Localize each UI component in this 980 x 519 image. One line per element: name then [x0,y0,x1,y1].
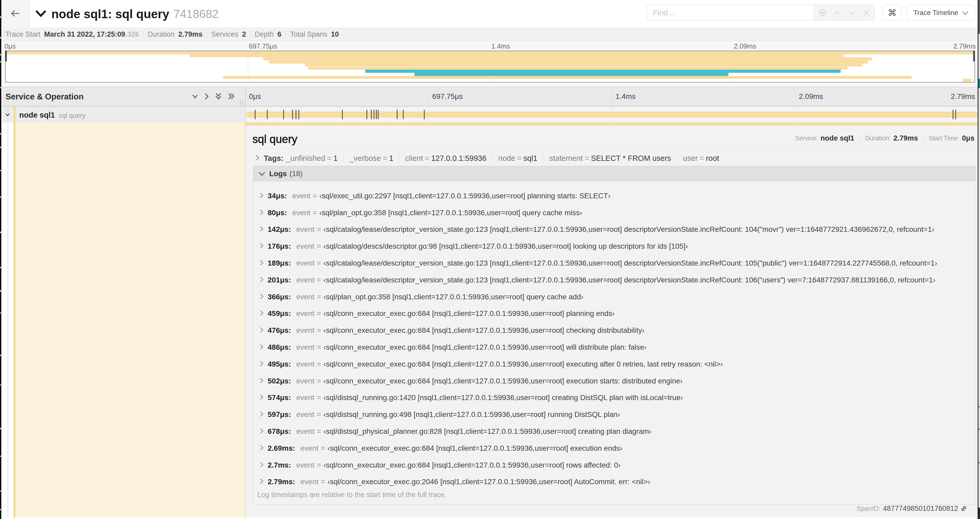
span-detail-panel: sql query Service:node sql1Duration:2.79… [245,126,978,517]
back-button[interactable] [1,0,30,28]
log-timestamp: 2.69ms: [268,444,295,452]
detail-meta-value: 0μs [962,134,974,142]
log-entry[interactable]: 459μs:event=‹sql/conn_executor_exec.go:6… [253,305,976,322]
logs-header[interactable]: Logs (18) [253,166,976,181]
log-field-value: ‹sql/exec_util.go:2297 [nsql1,client=127… [319,192,610,200]
detail-title-row: sql query Service:node sql1Duration:2.79… [252,133,974,148]
divider [344,154,344,163]
keyboard-shortcuts-button[interactable]: ⌘ [882,5,902,21]
span-duration-bar[interactable] [246,112,978,118]
tag-item: user=root [683,154,719,163]
log-marker[interactable] [267,110,268,119]
log-marker[interactable] [374,110,374,119]
find-input[interactable] [647,5,814,20]
summary-item: Trace StartMarch 31 2022, 17:25:09.326 [6,30,139,38]
log-entry[interactable]: 34μs:event=‹sql/exec_util.go:2297 [nsql1… [253,187,976,204]
log-entry[interactable]: 189μs:event=‹sql/catalog/lease/descripto… [253,255,976,271]
log-entry[interactable]: 2.7ms:event=‹sql/conn_executor_exec.go:6… [253,457,976,474]
log-marker[interactable] [376,110,377,119]
log-field-key: event [296,309,315,318]
minimap-span [365,70,841,73]
trace-view-select[interactable]: Trace Timeline [907,5,975,21]
log-marker[interactable] [255,110,256,119]
log-timestamp: 502μs: [268,377,291,385]
minimap-span [308,67,848,70]
axis-tick-label: 2.09ms [799,92,823,101]
log-field-key: event [296,343,315,351]
divider [677,154,677,163]
log-entry[interactable]: 201μs:event=‹sql/catalog/lease/descripto… [253,271,976,289]
expand-all-icon[interactable] [228,93,234,101]
log-field-value: ‹sql/catalog/lease/descriptor_version_st… [323,276,935,284]
clear-search-icon[interactable] [861,7,872,18]
log-entry[interactable]: 476μs:event=‹sql/conn_executor_exec.go:6… [253,322,976,339]
link-icon[interactable] [960,505,967,512]
detail-meta-value: node sql1 [821,134,854,142]
log-field-value: ‹sql/conn_executor_exec.go:684 [nsql1,cl… [323,360,723,369]
span-color-stripe [13,107,16,122]
log-marker[interactable] [366,110,367,119]
prev-match-icon[interactable] [832,7,842,18]
minimap-time-label: 697.75μs [249,42,277,50]
minimap-canvas[interactable] [5,51,975,83]
log-entry[interactable]: 142μs:event=‹sql/catalog/lease/descripto… [253,221,976,238]
expand-one-icon[interactable] [205,93,208,101]
span-name-cell: node sql1 sql query [2,107,245,122]
locate-icon[interactable] [817,7,828,18]
axis-tick-label: 1.4ms [616,92,636,101]
minimap-right-scrubber[interactable] [973,51,975,61]
log-entry[interactable]: 502μs:event=‹sql/conn_executor_exec.go:6… [253,373,976,390]
chevron-down-icon[interactable] [35,8,46,20]
log-field-key: event [296,242,315,251]
log-entry[interactable]: 2.79ms:event=‹sql/conn_executor_exec.go:… [253,474,976,490]
chevron-down-icon[interactable] [5,113,10,117]
log-entry[interactable]: 176μs:event=‹sql/catalog/descs/descripto… [253,238,976,255]
tags-items: _unfinished=1_verbose=1client=127.0.0.1:… [286,154,719,163]
chevron-right-icon [260,259,264,267]
trace-page: node sql1: sql query 7418682 [0,0,980,519]
timeline-collapse-controls [192,87,234,106]
tags-row[interactable]: Tags: _unfinished=1_verbose=1client=127.… [255,152,719,164]
column-resize-grip[interactable] [240,101,243,105]
span-operation-name: sql query [59,112,85,120]
span-id-row: SpanID: 4877749850101760812 [856,503,967,514]
log-entry[interactable]: 574μs:event=‹sql/distsql_running.go:1420… [253,390,976,406]
log-entry[interactable]: 678μs:event=‹sql/distsql_physical_planne… [253,423,976,440]
log-marker[interactable] [424,110,425,119]
chevron-right-icon [260,293,264,301]
log-marker[interactable] [378,110,379,119]
log-entry[interactable]: 366μs:event=‹sql/plan_opt.go:358 [nsql1,… [253,289,976,305]
log-entry[interactable]: 597μs:event=‹sql/distsql_running.go:498 … [253,406,976,423]
log-field-key: event [296,427,315,436]
service-operation-header: Service & Operation [6,87,84,106]
collapse-all-icon[interactable] [215,93,221,101]
divider [250,31,251,38]
log-marker[interactable] [397,110,398,119]
log-entry[interactable]: 486μs:event=‹sql/conn_executor_exec.go:6… [253,339,976,356]
minimap-time-label: 1.4ms [491,42,510,50]
log-marker[interactable] [403,110,404,119]
log-timestamp: 597μs: [268,410,291,419]
span-bar-cell[interactable] [245,107,978,122]
log-marker[interactable] [292,110,293,119]
log-marker[interactable] [283,110,284,119]
log-field-value: ‹sql/distsql_physical_planner.go:828 [ns… [323,427,651,436]
chevron-right-icon [260,477,264,486]
log-marker[interactable] [955,110,956,119]
log-marker[interactable] [299,110,299,119]
span-row[interactable]: node sql1 sql query [2,107,978,122]
next-match-icon[interactable] [846,7,857,18]
chevron-right-icon [255,154,259,163]
log-marker[interactable] [342,110,343,119]
minimap-time-label: 0μs [5,42,16,50]
log-marker[interactable] [953,110,953,119]
log-field-value: ‹sql/catalog/lease/descriptor_version_st… [323,225,934,234]
log-marker[interactable] [371,110,372,119]
log-entry[interactable]: 80μs:event=‹sql/plan_opt.go:358 [nsql1,c… [253,204,976,221]
log-entry[interactable]: 495μs:event=‹sql/conn_executor_exec.go:6… [253,356,976,373]
collapse-one-icon[interactable] [192,94,198,100]
minimap-span [269,61,868,64]
log-entry[interactable]: 2.69ms:event=‹sql/conn_executor_exec.go:… [253,440,976,457]
log-marker[interactable] [296,110,296,119]
minimap-left-scrubber[interactable] [5,51,7,61]
